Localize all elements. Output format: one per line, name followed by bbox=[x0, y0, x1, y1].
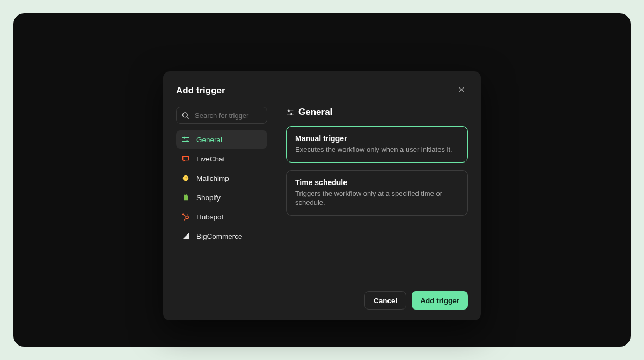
sliders-icon bbox=[181, 135, 190, 144]
svg-line-15 bbox=[184, 218, 186, 220]
category-mailchimp[interactable]: Mailchimp bbox=[176, 169, 267, 187]
close-button[interactable] bbox=[455, 84, 468, 97]
svg-point-5 bbox=[184, 137, 185, 138]
category-bigcommerce[interactable]: BigCommerce bbox=[176, 227, 267, 245]
category-label: Mailchimp bbox=[196, 174, 229, 182]
svg-point-7 bbox=[186, 141, 188, 142]
hubspot-icon bbox=[181, 212, 190, 221]
add-trigger-modal: Add trigger bbox=[163, 71, 481, 320]
category-shopify[interactable]: Shopify bbox=[176, 188, 267, 207]
sliders-icon bbox=[286, 108, 294, 116]
svg-point-8 bbox=[183, 175, 189, 181]
close-icon bbox=[458, 86, 465, 95]
category-label: General bbox=[196, 136, 222, 144]
category-hubspot[interactable]: Hubspot bbox=[176, 208, 267, 226]
panel-header: General bbox=[286, 107, 468, 117]
shopify-icon bbox=[181, 193, 190, 202]
category-general[interactable]: General bbox=[176, 130, 267, 149]
app-frame: Add trigger bbox=[13, 13, 631, 347]
trigger-title: Time schedule bbox=[295, 178, 459, 187]
trigger-title: Manual trigger bbox=[295, 134, 459, 143]
modal-header: Add trigger bbox=[176, 84, 468, 97]
trigger-desc: Executes the workflow only when a user i… bbox=[295, 145, 459, 155]
search-field bbox=[176, 107, 267, 124]
search-icon bbox=[181, 112, 189, 120]
category-list: General LiveChat Mailchimp bbox=[176, 130, 267, 245]
modal-footer: Cancel Add trigger bbox=[176, 291, 468, 310]
category-sidebar: General LiveChat Mailchimp bbox=[176, 107, 275, 278]
modal-body: General LiveChat Mailchimp bbox=[176, 107, 468, 278]
trigger-desc: Triggers the workflow only at a specifie… bbox=[295, 189, 459, 208]
trigger-option-schedule[interactable]: Time schedule Triggers the workflow only… bbox=[286, 170, 468, 216]
mailchimp-icon bbox=[181, 174, 190, 182]
svg-line-3 bbox=[187, 117, 188, 119]
trigger-option-manual[interactable]: Manual trigger Executes the workflow onl… bbox=[286, 126, 468, 163]
svg-point-9 bbox=[185, 177, 186, 178]
add-trigger-button[interactable]: Add trigger bbox=[412, 291, 468, 310]
category-label: BigCommerce bbox=[196, 232, 243, 240]
search-input[interactable] bbox=[176, 107, 267, 124]
svg-point-17 bbox=[288, 110, 290, 112]
svg-point-19 bbox=[291, 113, 292, 115]
panel-title: General bbox=[298, 107, 332, 117]
trigger-panel: General Manual trigger Executes the work… bbox=[275, 107, 468, 278]
modal-title: Add trigger bbox=[176, 85, 225, 96]
cancel-button[interactable]: Cancel bbox=[364, 291, 406, 310]
category-label: Shopify bbox=[196, 194, 221, 202]
category-label: Hubspot bbox=[196, 213, 223, 221]
livechat-icon bbox=[181, 155, 190, 163]
bigcommerce-icon bbox=[181, 232, 190, 240]
category-label: LiveChat bbox=[196, 155, 225, 163]
svg-point-14 bbox=[182, 214, 184, 215]
category-livechat[interactable]: LiveChat bbox=[176, 150, 267, 168]
svg-point-10 bbox=[186, 177, 187, 178]
